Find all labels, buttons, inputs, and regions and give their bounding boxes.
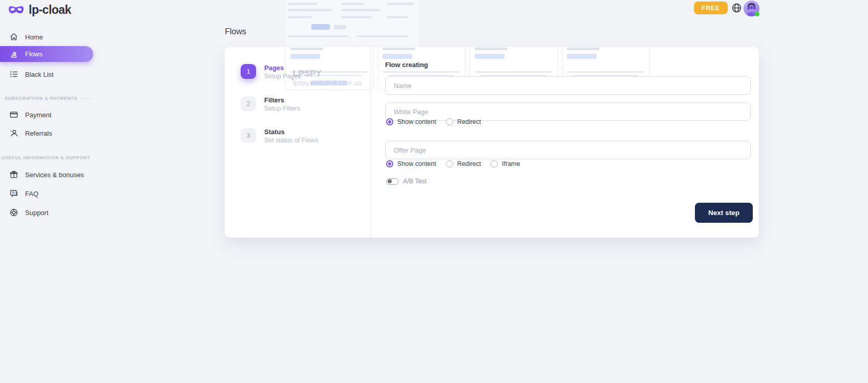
sidebar-item-flows[interactable]: Flows (0, 46, 93, 62)
sidebar-item-black-list[interactable]: Black List (0, 68, 93, 81)
step-number: 3 (241, 128, 256, 143)
radio-offer-iframe[interactable]: Iframe (491, 160, 520, 167)
radio-offer-show-content[interactable]: Show content (386, 160, 436, 167)
step-title: Pages (264, 64, 301, 72)
name-input[interactable] (385, 76, 751, 95)
step-subtitle: Setup Pages (264, 73, 301, 80)
ab-test-row: A/B Test (386, 178, 427, 185)
language-globe-icon[interactable] (731, 3, 742, 13)
ghost-background-form (285, 0, 419, 47)
form-title: Flow creating (385, 61, 428, 69)
svg-text:?!: ?! (12, 191, 15, 195)
sidebar-item-label: Home (25, 33, 43, 41)
step-number: 2 (241, 96, 256, 111)
sidebar-item-services-bonuses[interactable]: Services & bonuses (0, 168, 93, 181)
toggle-knob (388, 179, 392, 183)
brand-name: lp-cloak (29, 3, 71, 17)
referral-user-icon (9, 129, 18, 138)
sidebar-item-label: Support (25, 209, 49, 217)
sidebar-section-support: USEFUL INFORMATION & SUPPORT (0, 155, 93, 161)
sidebar-item-faq[interactable]: ?! FAQ (0, 187, 93, 200)
step-number: 1 (241, 64, 256, 79)
radio-unselected-icon (446, 118, 453, 125)
gift-icon (9, 170, 18, 179)
radio-unselected-icon (491, 160, 498, 167)
radio-unselected-icon (446, 160, 453, 167)
sidebar-item-label: Flows (25, 50, 43, 58)
sidebar-item-payment[interactable]: Payment (0, 108, 93, 121)
flow-creating-modal: LPSPY lpspy.webstick.com.ua 1 Pages Setu… (225, 47, 759, 238)
step-title: Status (264, 128, 319, 136)
ghost-flow-url: lpspy.webstick.com.ua (293, 79, 362, 87)
stepper-divider (370, 47, 370, 238)
step-status[interactable]: 3 Status Set status of Flows (241, 128, 319, 144)
sidebar-section-subscription: SUBSCRIPTION & PAYMENTS (0, 95, 93, 101)
sidebar-item-label: Payment (25, 111, 51, 119)
online-status-dot (755, 12, 759, 16)
radio-offer-redirect[interactable]: Redirect (446, 160, 481, 167)
sidebar-item-label: Services & bonuses (25, 171, 84, 179)
mask-icon (8, 5, 25, 15)
radio-selected-icon (386, 160, 393, 167)
sidebar-item-label: Black List (25, 71, 54, 78)
sidebar-item-label: FAQ (25, 190, 38, 198)
radio-white-show-content[interactable]: Show content (386, 118, 436, 125)
credit-card-icon (9, 110, 18, 119)
next-step-button[interactable]: Next step (695, 203, 753, 223)
plan-badge[interactable]: FREE (694, 2, 728, 14)
flows-icon (9, 50, 18, 59)
radio-white-redirect[interactable]: Redirect (446, 118, 481, 125)
step-pages[interactable]: 1 Pages Setup Pages (241, 64, 301, 80)
sidebar-item-home[interactable]: Home (0, 30, 93, 44)
offer-page-input[interactable] (385, 141, 751, 159)
radio-selected-icon (386, 118, 393, 125)
home-icon (9, 32, 18, 41)
list-icon (9, 70, 18, 79)
step-subtitle: Setup Filters (264, 105, 300, 112)
sidebar-item-label: Referrals (25, 130, 52, 137)
step-filters[interactable]: 2 Filters Setup Filters (241, 96, 300, 112)
step-title: Filters (264, 96, 300, 104)
sidebar-item-referrals[interactable]: Referrals (0, 126, 93, 140)
faq-bubble-icon: ?! (9, 189, 18, 198)
ab-test-toggle[interactable] (386, 178, 398, 185)
ab-test-label: A/B Test (403, 178, 427, 185)
white-page-mode-options: Show content Redirect (386, 118, 481, 125)
sidebar-item-support[interactable]: Support (0, 206, 93, 219)
offer-page-mode-options: Show content Redirect Iframe (386, 160, 520, 167)
page-title: Flows (225, 27, 246, 36)
step-subtitle: Set status of Flows (264, 137, 319, 144)
lifebuoy-icon (9, 208, 18, 217)
app-logo: lp-cloak (8, 3, 71, 17)
